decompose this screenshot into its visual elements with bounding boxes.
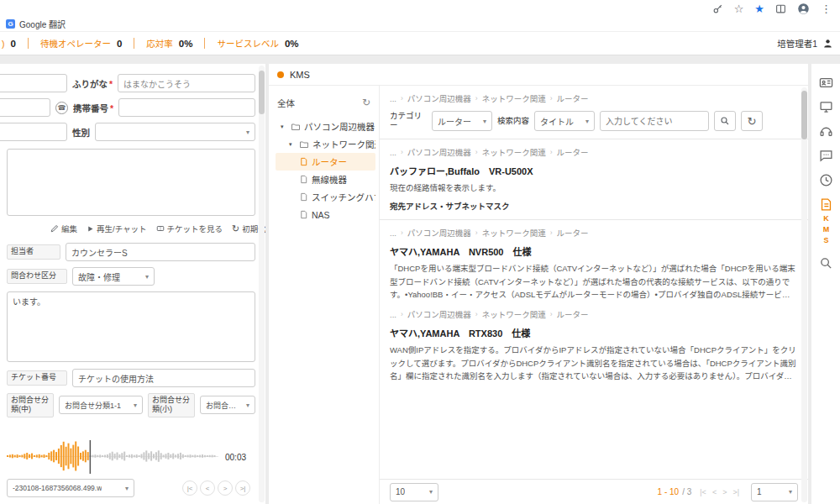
result-breadcrumb: ...› パソコン周辺機器› ネットワーク関連› ルーター: [390, 146, 796, 158]
left-panel-scrollbar[interactable]: [259, 66, 265, 502]
chevron-right-icon: ›: [401, 310, 403, 318]
monitor-icon[interactable]: [817, 98, 834, 115]
page-next-button[interactable]: >: [722, 488, 727, 496]
chevron-down-icon: ▾: [585, 118, 589, 125]
divider: [380, 139, 808, 139]
browser-menu-icon[interactable]: ⋮: [821, 3, 832, 14]
phone-lookup-icon[interactable]: ☎: [55, 102, 68, 114]
first-record-button[interactable]: |<: [182, 480, 197, 496]
stat-divider: [204, 38, 205, 49]
result-title[interactable]: ヤマハ,YAMAHA RTX830 仕様: [390, 326, 796, 339]
category-filter-select[interactable]: ルーター▾: [432, 111, 492, 131]
history-clock-icon[interactable]: [817, 171, 834, 188]
edit-button[interactable]: 編集: [50, 223, 77, 234]
key-icon[interactable]: [712, 3, 723, 14]
kms-scrollbar[interactable]: [801, 87, 807, 502]
rail-kms-tab[interactable]: KMS: [817, 196, 834, 247]
bookmark-google-translate[interactable]: Google 翻訳: [19, 18, 66, 30]
audio-player: 00:03: [7, 437, 255, 479]
contact-card-icon[interactable]: [817, 74, 834, 91]
user-menu[interactable]: 培管理者1: [777, 37, 833, 50]
inquiry-memo-textarea[interactable]: います。: [7, 291, 255, 362]
furigana-label: ふりがな*: [72, 77, 113, 90]
customer-notes-textarea[interactable]: [7, 149, 255, 216]
tree-node-switching-hub[interactable]: スイッチングハブ: [276, 188, 375, 206]
ticket-number-row: チケット番号: [7, 369, 255, 387]
kms-result-1: ...› パソコン周辺機器› ネットワーク関連› ルーター バッファロー,Buf…: [390, 146, 796, 212]
chevron-down-icon: ▾: [789, 488, 792, 496]
pagination-range: 1 - 10: [658, 487, 680, 496]
chevron-right-icon: ›: [475, 310, 478, 318]
result-title[interactable]: ヤマハ,YAMAHA NVR500 仕様: [390, 244, 796, 258]
headset-icon[interactable]: [817, 123, 834, 139]
page-first-button[interactable]: |<: [700, 488, 706, 496]
gender-select[interactable]: ▾: [95, 123, 255, 141]
chevron-right-icon: ›: [550, 228, 553, 237]
tree-root-all[interactable]: 全体: [277, 97, 295, 109]
caret-down-icon: ▾: [289, 141, 296, 148]
page-size-select[interactable]: 10▾: [390, 483, 438, 501]
play-chat-button[interactable]: 再生/チャット: [87, 223, 147, 234]
chevron-right-icon: ›: [550, 310, 553, 318]
required-mark: *: [109, 79, 113, 89]
left-cut-field[interactable]: [0, 98, 50, 117]
left-cut-field[interactable]: [0, 74, 67, 92]
left-cut-field[interactable]: [0, 123, 67, 141]
inquiry-type-select[interactable]: 故障・修理▾: [72, 267, 155, 286]
ticket-number-input[interactable]: [72, 369, 255, 387]
result-title[interactable]: バッファロー,Buffalo VR-U500X: [390, 164, 796, 177]
refresh-search-button[interactable]: ↻: [741, 111, 763, 131]
search-field-label: 検索内容: [497, 117, 529, 126]
page-number-select[interactable]: 1▾: [751, 483, 798, 501]
mobile-input[interactable]: [118, 98, 255, 117]
search-field-select[interactable]: タイトル▾: [534, 111, 595, 131]
record-nav-buttons: |< < > >|: [182, 480, 250, 496]
result-body: WAN側IPアドレスを指定する。プロバイダからIPアドレスが指定されていない場合…: [390, 344, 796, 383]
chevron-down-icon: ▾: [134, 402, 137, 409]
callcenter-stats-bar: ) 0 待機オペレーター 0 応対率 0% サービスレベル 0% 培管理者1: [0, 32, 840, 55]
category-mid-select[interactable]: お問合せ分類1-1▾: [59, 396, 143, 414]
tree-node-router[interactable]: ルーター: [276, 153, 375, 171]
right-tool-rail: KMS: [811, 64, 840, 504]
chevron-right-icon: ›: [550, 94, 553, 102]
page-last-button[interactable]: >|: [732, 488, 739, 496]
customer-panel: ふりがな* ☎ 携帯番号* 性別 ▾ 編集 再生/チャット: [0, 64, 265, 504]
bookmark-star-icon[interactable]: ★: [754, 3, 764, 14]
star-outline-icon[interactable]: ☆: [734, 3, 744, 14]
keyword-input[interactable]: [600, 111, 709, 131]
audio-waveform[interactable]: [7, 438, 218, 475]
browser-avatar[interactable]: [797, 3, 810, 15]
help-search-icon[interactable]: [817, 255, 834, 271]
page-prev-button[interactable]: <: [712, 488, 717, 496]
ticket-icon: [156, 224, 165, 233]
last-record-button[interactable]: >|: [235, 480, 250, 496]
mobile-label: 携帯番号*: [73, 102, 113, 114]
tree-node-pc-peripherals[interactable]: ▾ パソコン周辺機器: [276, 118, 375, 135]
search-button[interactable]: [714, 111, 736, 131]
next-record-button[interactable]: >: [218, 480, 233, 496]
chevron-down-icon: ▾: [483, 118, 486, 125]
scrollbar-thumb[interactable]: [801, 91, 807, 139]
agent-input[interactable]: [66, 243, 255, 261]
tree-node-network[interactable]: ▾ ネットワーク関連: [276, 135, 375, 153]
chevron-down-icon: ▾: [246, 402, 249, 409]
gender-row: 性別 ▾: [7, 123, 255, 141]
kms-vertical-label: KMS: [822, 214, 830, 247]
prev-record-button[interactable]: <: [200, 480, 215, 496]
split-screen-icon[interactable]: [775, 3, 786, 14]
furigana-input[interactable]: [118, 74, 255, 92]
agent-label: 担当者: [7, 244, 60, 259]
kms-title: KMS: [290, 70, 310, 80]
scrollbar-thumb[interactable]: [259, 71, 265, 114]
view-ticket-button[interactable]: チケットを見る: [156, 223, 223, 234]
category-small-select[interactable]: お問合せ分類1-1-1▾: [200, 396, 255, 414]
kms-result-3: ...› パソコン周辺機器› ネットワーク関連› ルーター ヤマハ,YAMAHA…: [390, 308, 796, 383]
tree-node-nas[interactable]: NAS: [276, 206, 375, 223]
chat-icon[interactable]: [817, 147, 834, 164]
tree-node-wireless[interactable]: 無線機器: [276, 171, 375, 188]
gender-label: 性別: [72, 126, 90, 139]
tree-refresh-icon[interactable]: ↻: [362, 97, 370, 108]
tree-root-row: 全体 ↻: [276, 94, 375, 111]
recording-select[interactable]: -230108-1687356068.499.w▾: [7, 479, 134, 497]
kms-content: ...› パソコン周辺機器› ネットワーク関連› ルーター カテゴリー ルーター…: [380, 86, 808, 504]
